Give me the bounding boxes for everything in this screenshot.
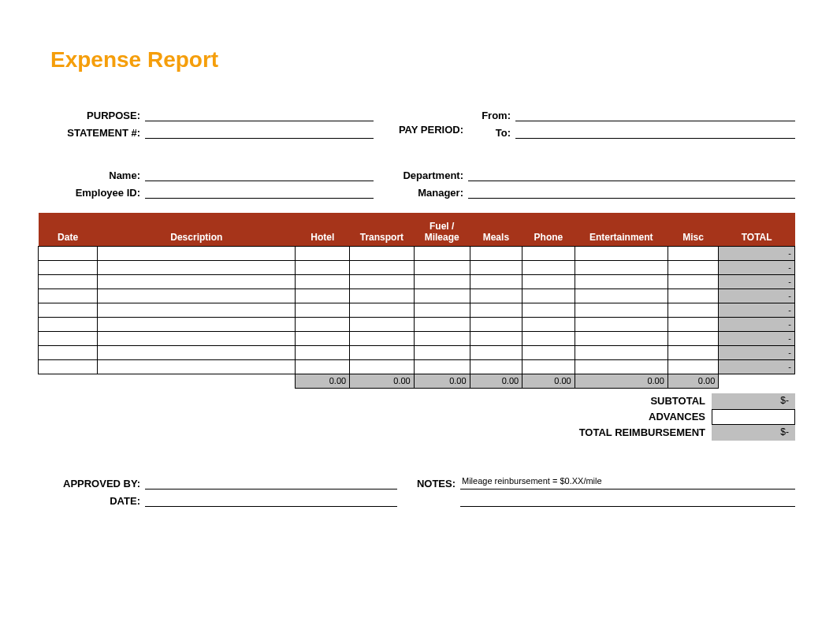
cell-misc[interactable] bbox=[668, 331, 718, 345]
cell-ent[interactable] bbox=[575, 246, 668, 260]
notes-field-line2[interactable] bbox=[460, 493, 795, 507]
cell-ent[interactable] bbox=[575, 317, 668, 331]
cell-date[interactable] bbox=[39, 288, 98, 303]
date-field[interactable] bbox=[145, 493, 397, 507]
notes-field[interactable]: Mileage reinbursement = $0.XX/mile bbox=[460, 476, 795, 490]
cell-desc[interactable] bbox=[98, 260, 296, 274]
purpose-field[interactable] bbox=[145, 108, 374, 121]
cell-meals[interactable] bbox=[470, 260, 522, 274]
empid-field[interactable] bbox=[145, 185, 374, 199]
cell-fuel[interactable] bbox=[414, 359, 470, 374]
cell-desc[interactable] bbox=[98, 274, 296, 288]
cell-fuel[interactable] bbox=[414, 345, 470, 359]
name-field[interactable] bbox=[145, 168, 374, 181]
approved-field[interactable] bbox=[145, 476, 397, 490]
cell-meals[interactable] bbox=[470, 274, 522, 288]
cell-phone[interactable] bbox=[522, 331, 575, 345]
cell-transport[interactable] bbox=[350, 246, 415, 260]
cell-desc[interactable] bbox=[98, 317, 296, 331]
cell-date[interactable] bbox=[39, 317, 98, 331]
cell-hotel[interactable] bbox=[296, 260, 350, 274]
cell-meals[interactable] bbox=[470, 317, 522, 331]
cell-misc[interactable] bbox=[668, 274, 718, 288]
cell-desc[interactable] bbox=[98, 288, 296, 303]
cell-hotel[interactable] bbox=[296, 331, 350, 345]
cell-meals[interactable] bbox=[470, 331, 522, 345]
expense-table: Date Description Hotel Transport Fuel / … bbox=[38, 213, 795, 389]
footer-block: APPROVED BY: DATE: NOTES: Mileage reinbu… bbox=[50, 472, 795, 507]
cell-misc[interactable] bbox=[668, 288, 718, 303]
cell-desc[interactable] bbox=[98, 246, 296, 260]
cell-transport[interactable] bbox=[350, 260, 415, 274]
cell-hotel[interactable] bbox=[296, 317, 350, 331]
cell-hotel[interactable] bbox=[296, 288, 350, 303]
cell-desc[interactable] bbox=[98, 345, 296, 359]
cell-phone[interactable] bbox=[522, 260, 575, 274]
cell-transport[interactable] bbox=[350, 274, 415, 288]
cell-desc[interactable] bbox=[98, 303, 296, 317]
cell-hotel[interactable] bbox=[296, 246, 350, 260]
cell-transport[interactable] bbox=[350, 317, 415, 331]
cell-meals[interactable] bbox=[470, 288, 522, 303]
cell-fuel[interactable] bbox=[414, 317, 470, 331]
cell-fuel[interactable] bbox=[414, 288, 470, 303]
cell-date[interactable] bbox=[39, 274, 98, 288]
cell-fuel[interactable] bbox=[414, 274, 470, 288]
cell-misc[interactable] bbox=[668, 303, 718, 317]
cell-hotel[interactable] bbox=[296, 303, 350, 317]
cell-misc[interactable] bbox=[668, 246, 718, 260]
statement-field[interactable] bbox=[145, 125, 374, 139]
from-field[interactable] bbox=[515, 108, 795, 121]
cell-phone[interactable] bbox=[522, 303, 575, 317]
cell-date[interactable] bbox=[39, 260, 98, 274]
summary-block: SUBTOTAL $- ADVANCES TOTAL REIMBURSEMENT… bbox=[38, 393, 795, 441]
cell-misc[interactable] bbox=[668, 359, 718, 374]
cell-phone[interactable] bbox=[522, 288, 575, 303]
cell-misc[interactable] bbox=[668, 260, 718, 274]
dept-field[interactable] bbox=[468, 168, 795, 181]
cell-fuel[interactable] bbox=[414, 260, 470, 274]
cell-meals[interactable] bbox=[470, 345, 522, 359]
cell-ent[interactable] bbox=[575, 345, 668, 359]
cell-misc[interactable] bbox=[668, 317, 718, 331]
cell-date[interactable] bbox=[39, 359, 98, 374]
advances-value[interactable] bbox=[712, 409, 795, 425]
cell-meals[interactable] bbox=[470, 246, 522, 260]
col-hotel: Hotel bbox=[296, 213, 350, 246]
cell-ent[interactable] bbox=[575, 288, 668, 303]
cell-date[interactable] bbox=[39, 303, 98, 317]
cell-phone[interactable] bbox=[522, 246, 575, 260]
cell-desc[interactable] bbox=[98, 359, 296, 374]
cell-fuel[interactable] bbox=[414, 303, 470, 317]
cell-transport[interactable] bbox=[350, 303, 415, 317]
total-meals: 0.00 bbox=[470, 374, 522, 388]
cell-transport[interactable] bbox=[350, 345, 415, 359]
cell-ent[interactable] bbox=[575, 303, 668, 317]
cell-phone[interactable] bbox=[522, 317, 575, 331]
cell-hotel[interactable] bbox=[296, 345, 350, 359]
cell-transport[interactable] bbox=[350, 359, 415, 374]
cell-ent[interactable] bbox=[575, 359, 668, 374]
cell-meals[interactable] bbox=[470, 359, 522, 374]
cell-date[interactable] bbox=[39, 345, 98, 359]
cell-fuel[interactable] bbox=[414, 331, 470, 345]
cell-hotel[interactable] bbox=[296, 359, 350, 374]
manager-field[interactable] bbox=[468, 185, 795, 199]
cell-misc[interactable] bbox=[668, 345, 718, 359]
cell-date[interactable] bbox=[39, 246, 98, 260]
cell-meals[interactable] bbox=[470, 303, 522, 317]
cell-date[interactable] bbox=[39, 331, 98, 345]
cell-phone[interactable] bbox=[522, 345, 575, 359]
cell-transport[interactable] bbox=[350, 331, 415, 345]
cell-phone[interactable] bbox=[522, 359, 575, 374]
cell-fuel[interactable] bbox=[414, 246, 470, 260]
cell-ent[interactable] bbox=[575, 331, 668, 345]
cell-ent[interactable] bbox=[575, 274, 668, 288]
to-field[interactable] bbox=[515, 125, 795, 139]
cell-phone[interactable] bbox=[522, 274, 575, 288]
cell-hotel[interactable] bbox=[296, 274, 350, 288]
cell-total: - bbox=[719, 260, 795, 274]
cell-transport[interactable] bbox=[350, 288, 415, 303]
cell-desc[interactable] bbox=[98, 331, 296, 345]
cell-ent[interactable] bbox=[575, 260, 668, 274]
